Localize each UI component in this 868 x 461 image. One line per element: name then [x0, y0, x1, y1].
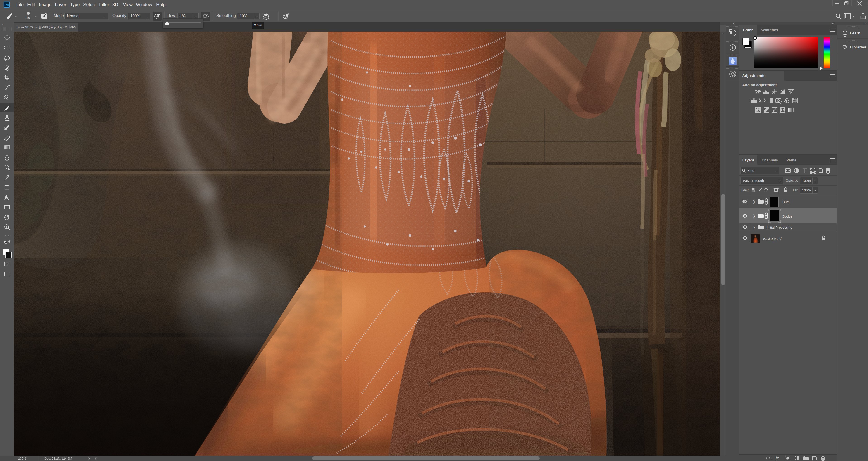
svg-text:fx: fx: [776, 456, 779, 460]
